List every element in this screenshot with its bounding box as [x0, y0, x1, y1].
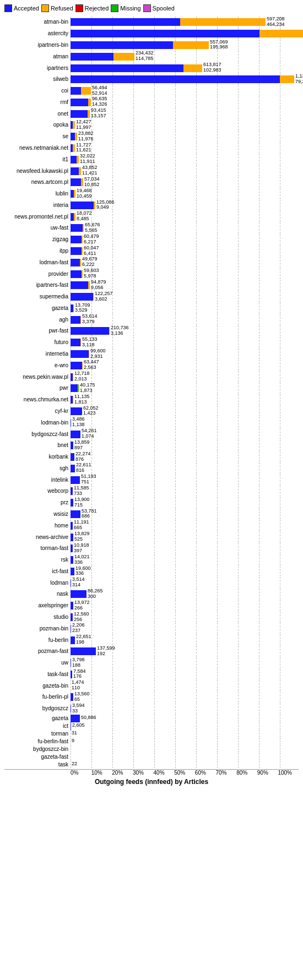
- bar-wrapper: [71, 407, 82, 415]
- bar-section: 1,474110: [71, 680, 299, 691]
- accepted-segment: [71, 659, 71, 667]
- bar-numbers: 62,0521,423: [83, 406, 99, 417]
- bar-section: 10,918397: [71, 543, 299, 554]
- table-row: pwr-fast210,7363,136: [4, 325, 299, 336]
- row-label: zigzag: [4, 236, 71, 242]
- bar-numbers: 18,0728,485: [77, 211, 92, 222]
- bar-section: 12,7182,013: [71, 371, 299, 382]
- bar-section: 55,1333,118: [71, 337, 299, 348]
- grid-overlay: [71, 246, 280, 257]
- row-label: atman: [4, 53, 71, 59]
- refused-segment: [80, 339, 81, 346]
- grid-overlay: [71, 543, 280, 554]
- bar-section: [71, 753, 299, 760]
- bar-section: 7,584176: [71, 669, 299, 680]
- bar-numbers: 3,514314: [72, 577, 85, 588]
- bar-wrapper: [71, 121, 75, 128]
- bar-wrapper: [71, 419, 71, 426]
- bar-wrapper: [71, 602, 73, 609]
- bar-wrapper: [71, 41, 209, 48]
- grid-overlay: [71, 761, 280, 768]
- table-row: lodman-bin3,4861,138: [4, 417, 299, 428]
- row-label: atman-bin: [4, 19, 71, 25]
- bar-numbers: 1,138,33279,222: [295, 74, 303, 85]
- bar-numbers: 40,1751,873: [80, 383, 95, 394]
- bar-wrapper: [71, 568, 74, 575]
- accepted-segment: [71, 87, 81, 95]
- bar-wrapper: [71, 224, 84, 231]
- bar-section: 9: [71, 738, 299, 745]
- row-label: uw-fast: [4, 225, 71, 231]
- bar-wrapper: [71, 99, 91, 106]
- bar-numbers: 2,206237: [72, 623, 85, 634]
- row-label: webcorp: [4, 488, 71, 494]
- accepted-segment: [71, 487, 73, 495]
- legend: Accepted Refused Rejected Missing Spoole…: [4, 4, 299, 12]
- bar-section: 63,4472,563: [71, 360, 299, 371]
- row-label: fu-berlin-fast: [4, 738, 71, 744]
- table-row: ipartners-bin557,069195,968: [4, 40, 299, 51]
- bar-wrapper: [71, 30, 303, 37]
- table-row: torman31: [4, 730, 299, 737]
- grid-overlay: [71, 669, 280, 680]
- grid-overlay: [71, 383, 280, 394]
- bar-numbers: 99,6002,931: [90, 349, 106, 360]
- accepted-segment: [71, 30, 259, 37]
- bar-section: 65,6765,565: [71, 222, 299, 233]
- row-label: lodman-fast: [4, 259, 71, 265]
- bar-numbers: 19,600336: [75, 566, 91, 577]
- bar-numbers: 125,0869,049: [96, 200, 115, 211]
- refused-segment: [88, 281, 90, 289]
- row-label: pwr: [4, 385, 71, 391]
- table-row: coi56,49452,914: [4, 85, 299, 96]
- bar-wrapper: [71, 636, 75, 644]
- grid-overlay: [71, 680, 280, 691]
- bar-wrapper: [71, 339, 81, 346]
- bar-wrapper: [71, 476, 80, 483]
- bar-section: 11,191665: [71, 520, 299, 531]
- table-row: e-wro63,4472,563: [4, 360, 299, 371]
- bar-wrapper: [71, 625, 71, 632]
- bar-section: 11,585733: [71, 486, 299, 497]
- row-label: astercity: [4, 30, 71, 36]
- refused-segment: [81, 178, 83, 186]
- accepted-segment: [71, 568, 74, 575]
- x-tick-80: 80%: [236, 770, 257, 776]
- row-label: lublin: [4, 190, 71, 197]
- x-tick-30: 30%: [133, 770, 154, 776]
- bar-section: 14,021336: [71, 554, 299, 565]
- bar-wrapper: [71, 53, 134, 60]
- bar-wrapper: [71, 167, 81, 175]
- table-row: ipartners613,817102,983: [4, 62, 299, 73]
- bar-section: 13,56065: [71, 692, 299, 703]
- table-row: lodman3,514314: [4, 577, 299, 588]
- table-row: bydgoszcz-fast54,2611,074: [4, 428, 299, 439]
- refused-segment: [73, 396, 73, 404]
- accepted-segment: [71, 270, 82, 278]
- bar-section: 1,138,33279,222: [71, 74, 303, 85]
- bar-numbers: 11,72711,621: [76, 143, 91, 154]
- table-row: bydgoszcz-bin: [4, 745, 299, 753]
- bar-wrapper: [71, 453, 74, 460]
- bar-numbers: 9: [72, 738, 74, 744]
- grid-overlay: [71, 692, 280, 703]
- bar-wrapper: [71, 659, 71, 666]
- refused-segment: [259, 30, 303, 37]
- legend-rejected: Rejected: [75, 4, 109, 12]
- bar-section: 13,972266: [71, 600, 299, 611]
- grid-overlay: [71, 623, 280, 634]
- bar-section: 2,206237: [71, 623, 299, 634]
- chart-title: Outgoing feeds (innfeed) by Articles: [4, 778, 299, 786]
- table-row: itpp60,0476,411: [4, 246, 299, 257]
- bar-section: 11,1351,813: [71, 394, 299, 405]
- bar-numbers: 12,42711,997: [76, 119, 91, 130]
- bar-numbers: 12,7182,013: [74, 371, 90, 382]
- table-row: news.pekin.waw.pl12,7182,013: [4, 371, 299, 382]
- refused-segment: [180, 18, 266, 26]
- bar-section: 31: [71, 730, 299, 737]
- table-row: sgh22,611816: [4, 462, 299, 473]
- legend-missing: Missing: [111, 4, 140, 12]
- row-label: sgh: [4, 465, 71, 471]
- row-label: newsfeed.lukawski.pl: [4, 168, 71, 174]
- grid-overlay: [71, 577, 280, 588]
